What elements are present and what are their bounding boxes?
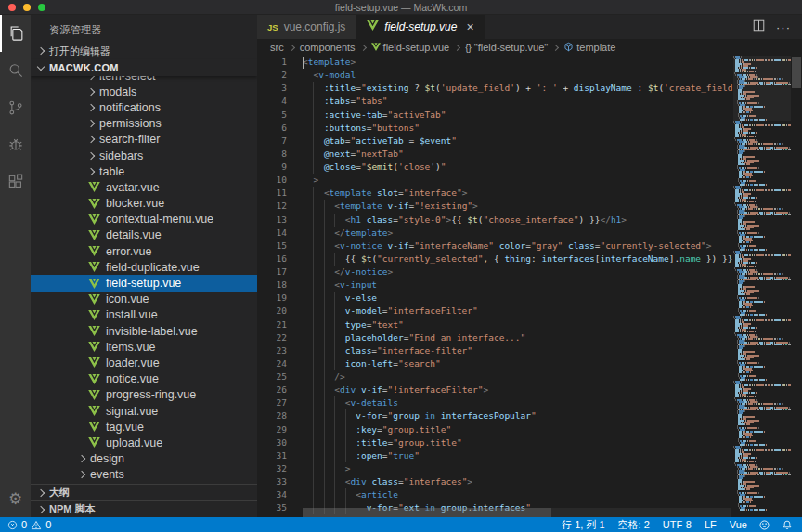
tree-item-avatar.vue[interactable]: avatar.vue	[31, 179, 257, 195]
vue-file-icon	[88, 294, 100, 305]
indent-guide	[313, 436, 314, 449]
tree-item-notice.vue[interactable]: notice.vue	[31, 371, 257, 387]
close-icon[interactable]: ×	[466, 20, 473, 33]
line-number: 17	[257, 266, 287, 279]
explorer-icon[interactable]	[0, 15, 31, 52]
section-outline[interactable]: 大纲	[31, 484, 257, 500]
line-text: @tab="activeTab = $event"	[287, 135, 457, 148]
status-item-4[interactable]: Vue	[730, 519, 747, 530]
problems-indicator[interactable]: 0 0	[0, 519, 51, 530]
tab-label: vue.config.js	[284, 20, 346, 33]
breadcrumb-separator-icon	[289, 44, 295, 50]
tree-item-events[interactable]: events	[31, 467, 257, 483]
section-npm-scripts[interactable]: NPM 脚本	[31, 500, 257, 517]
indent-guide	[313, 318, 314, 331]
status-item-3[interactable]: LF	[705, 519, 717, 530]
tree-item-progress-ring.vue[interactable]: progress-ring.vue	[31, 387, 257, 403]
tree-item-notifications[interactable]: notifications	[31, 99, 257, 115]
split-editor-icon[interactable]	[753, 19, 765, 35]
vscode-window: field-setup.vue — MacWk.com ⚙ 资源管	[0, 0, 802, 532]
tree-item-field-duplicate.vue[interactable]: field-duplicate.vue	[31, 259, 257, 275]
tree-item-label: upload.vue	[106, 436, 162, 449]
tree-item-loader.vue[interactable]: loader.vue	[31, 355, 257, 370]
sidebar-title: 资源管理器	[31, 15, 257, 43]
settings-gear-icon[interactable]: ⚙	[0, 480, 31, 517]
status-item-0[interactable]: 行 1, 列 1	[562, 519, 604, 530]
vue-file-icon	[88, 422, 100, 432]
tree-item-label: notice.vue	[106, 372, 159, 385]
line-text: >	[287, 174, 318, 187]
tree-item-field-setup.vue[interactable]: field-setup.vue	[31, 275, 257, 291]
code-line-4: 4:tabs="tabs"	[257, 95, 733, 108]
tree-item-icon.vue[interactable]: icon.vue	[31, 292, 257, 307]
section-open-editors[interactable]: 打开的编辑器	[31, 43, 257, 59]
tree-item-table[interactable]: table	[31, 163, 257, 179]
indent-guide	[334, 475, 335, 488]
line-text: </template>	[287, 227, 393, 240]
tree-item-design[interactable]: design	[31, 451, 257, 467]
minimap[interactable]	[733, 56, 791, 517]
breadcrumb-item-1[interactable]: components	[300, 42, 356, 53]
line-number: 12	[257, 200, 287, 213]
tree-item-signal.vue[interactable]: signal.vue	[31, 403, 257, 419]
breadcrumb-item-0[interactable]: src	[270, 42, 284, 53]
status-right-items: 行 1, 列 1空格: 2UTF-8LFVue	[549, 518, 747, 532]
tree-item-tag.vue[interactable]: tag.vue	[31, 419, 257, 435]
status-item-2[interactable]: UTF-8	[663, 519, 692, 530]
file-tree: item-selectmodalsnotificationspermission…	[31, 76, 257, 484]
indent-guide	[324, 423, 325, 436]
vue-icon	[371, 42, 381, 53]
minimap-line	[733, 509, 791, 511]
indent-guide	[324, 383, 325, 396]
notifications-bell-icon[interactable]	[782, 519, 793, 531]
source-control-icon[interactable]	[0, 89, 31, 126]
indent-guide	[313, 161, 314, 174]
vertical-scrollbar[interactable]	[791, 56, 802, 517]
breadcrumb-separator-icon	[360, 44, 367, 50]
tree-item-blocker.vue[interactable]: blocker.vue	[31, 196, 257, 212]
indent-guide	[313, 148, 314, 161]
tree-item-search-filter[interactable]: search-filter	[31, 132, 257, 148]
tree-item-items.vue[interactable]: items.vue	[31, 339, 257, 355]
code-area[interactable]: 1<template>2<v-modal3:title="existing ? …	[257, 56, 802, 517]
maximize-window-button[interactable]	[38, 4, 45, 11]
extensions-icon[interactable]	[0, 163, 31, 201]
tree-item-sidebars[interactable]: sidebars	[31, 148, 257, 163]
tree-item-contextual-menu.vue[interactable]: contextual-menu.vue	[31, 212, 257, 227]
indent-guide	[313, 409, 314, 422]
feedback-smiley-icon[interactable]	[758, 519, 770, 531]
breadcrumb-item-3[interactable]: {}"field-setup.vue"	[465, 42, 548, 53]
close-window-button[interactable]	[8, 4, 16, 11]
breadcrumb-item-4[interactable]: template	[563, 42, 615, 54]
section-root-folder[interactable]: MACWK.COM	[31, 59, 257, 76]
line-number: 13	[257, 214, 287, 227]
debug-icon[interactable]	[0, 126, 31, 163]
tree-item-permissions[interactable]: permissions	[31, 116, 257, 132]
tab-vue.config.js[interactable]: JSvue.config.js	[257, 15, 356, 39]
horizontal-scrollbar-slider[interactable]	[303, 508, 551, 517]
tab-field-setup.vue[interactable]: field-setup.vue×	[356, 15, 485, 39]
tree-item-item-select[interactable]: item-select	[31, 76, 257, 84]
tree-item-details.vue[interactable]: details.vue	[31, 227, 257, 243]
line-number: 32	[257, 462, 287, 475]
minimize-window-button[interactable]	[23, 4, 31, 11]
tree-item-modals[interactable]: modals	[31, 84, 257, 99]
indent-guide	[313, 279, 314, 292]
more-actions-icon[interactable]: ···	[776, 20, 791, 34]
tree-item-error.vue[interactable]: error.vue	[31, 243, 257, 259]
error-icon	[7, 520, 18, 530]
vue-file-icon	[88, 390, 100, 400]
horizontal-scrollbar[interactable]	[303, 508, 731, 517]
code-line-25: 25/>	[257, 370, 733, 383]
search-icon[interactable]	[0, 52, 31, 89]
line-text: </v-notice>	[287, 266, 393, 279]
tree-item-install.vue[interactable]: install.vue	[31, 307, 257, 323]
status-item-1[interactable]: 空格: 2	[618, 519, 650, 530]
tree-item-upload.vue[interactable]: upload.vue	[31, 435, 257, 450]
vertical-scrollbar-slider[interactable]	[792, 57, 801, 88]
breadcrumb-item-2[interactable]: field-setup.vue	[371, 42, 450, 53]
minimap-viewport[interactable]	[733, 56, 791, 121]
tree-item-label: avatar.vue	[106, 181, 160, 194]
tree-item-invisible-label.vue[interactable]: invisible-label.vue	[31, 323, 257, 339]
code-line-17: 17</v-notice>	[257, 266, 733, 279]
